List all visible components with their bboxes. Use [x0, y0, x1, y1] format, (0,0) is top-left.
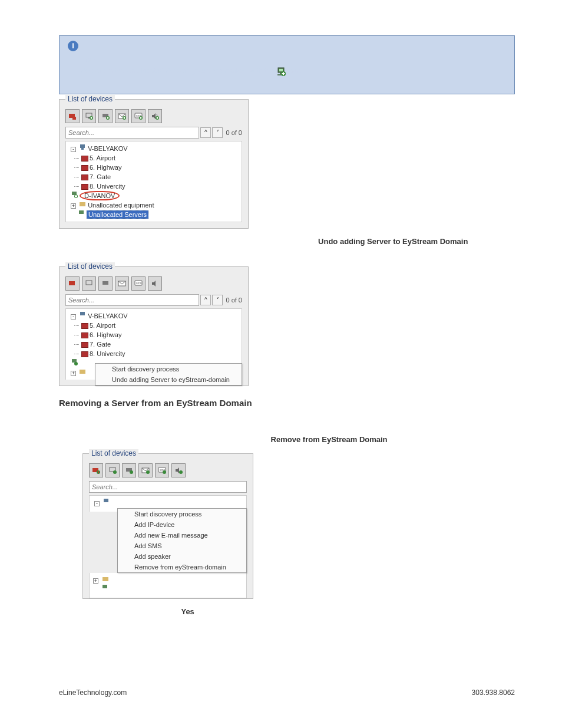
- svg-rect-37: [75, 196, 77, 197]
- tree-root[interactable]: V-BELYAKOV: [88, 145, 127, 152]
- server-icon: [101, 584, 108, 591]
- add-mail-button[interactable]: [138, 463, 153, 477]
- svg-rect-64: [103, 577, 108, 581]
- para-remove2b: Remove from EyStream Domain: [271, 435, 388, 444]
- search-input[interactable]: [65, 294, 199, 306]
- add-sms-button[interactable]: sms: [131, 276, 146, 291]
- info-icon: i: [68, 41, 78, 51]
- tree-item-selected[interactable]: Unallocated Servers: [87, 210, 148, 219]
- add-speaker-button[interactable]: [171, 463, 186, 477]
- add-sms-button[interactable]: sms: [131, 109, 146, 123]
- note-line2b: icon.: [287, 67, 302, 75]
- svg-rect-52: [98, 471, 99, 473]
- svg-rect-49: [80, 370, 85, 374]
- add-sms-button[interactable]: sms: [155, 463, 169, 477]
- svg-rect-23: [124, 118, 125, 118]
- add-speaker-button[interactable]: [148, 109, 162, 123]
- svg-text:sms: sms: [136, 281, 142, 285]
- tree-item-circled[interactable]: D-IVANOV: [80, 191, 120, 200]
- tree-item[interactable]: Unallocated equipment: [88, 202, 154, 209]
- expander-icon[interactable]: -: [71, 314, 76, 319]
- tree-item[interactable]: 5. Airport: [90, 322, 115, 329]
- para-confirm-c: to confirm that you want to remove the S…: [196, 607, 448, 616]
- menu-item-add-speaker[interactable]: Add speaker: [118, 551, 246, 562]
- tree-item[interactable]: 7. Gate: [90, 341, 111, 348]
- menu-item-add-email[interactable]: Add new E-mail message: [118, 530, 246, 541]
- toolbar: sms: [89, 463, 247, 477]
- svg-point-54: [113, 470, 117, 474]
- context-menu: Start discovery process Add IP-device Ad…: [117, 508, 247, 573]
- para-remove2c: in the menu that appears.: [389, 435, 476, 444]
- camera-icon: [81, 165, 88, 171]
- para-confirm-a: In the dialog box that appears, click: [59, 607, 179, 616]
- add-speaker-button[interactable]: [148, 276, 162, 291]
- svg-rect-19: [107, 118, 109, 118]
- add-device-button[interactable]: [122, 463, 136, 477]
- page-footer: eLineTechnology.com 303.938.8062: [59, 689, 515, 697]
- para-undo-bold: Undo adding Server to EyStream Domain: [318, 237, 468, 246]
- svg-rect-41: [86, 281, 92, 285]
- add-device-button[interactable]: [98, 276, 113, 291]
- add-monitor-button[interactable]: [82, 276, 96, 291]
- expander-icon[interactable]: -: [71, 147, 76, 152]
- menu-item-undo-add-server[interactable]: Undo adding Server to eyStream-domain: [95, 374, 242, 385]
- menu-item-remove-domain[interactable]: Remove from eyStream-domain: [118, 562, 246, 572]
- para-remove2a: Right-click to select a Server in the li…: [59, 435, 269, 444]
- search-prev-button[interactable]: ^: [200, 295, 211, 305]
- folder-icon: [102, 575, 109, 582]
- svg-point-58: [146, 470, 150, 474]
- svg-rect-31: [157, 118, 158, 118]
- add-camera-button[interactable]: [65, 276, 80, 291]
- search-input[interactable]: [65, 127, 199, 139]
- tree-item[interactable]: 8. Univercity: [90, 350, 125, 357]
- tree-item[interactable]: 5. Airport: [90, 154, 115, 162]
- svg-rect-1: [279, 69, 283, 71]
- add-monitor-button[interactable]: [82, 109, 96, 123]
- menu-item-add-sms[interactable]: Add SMS: [118, 541, 246, 551]
- search-next-button[interactable]: ˅: [212, 127, 223, 138]
- tree-item[interactable]: 6. Highway: [90, 164, 121, 171]
- para-confirm-b: Yes: [181, 607, 194, 616]
- folder-icon: [79, 368, 86, 375]
- tree-root[interactable]: V-BELYAKOV: [88, 312, 127, 319]
- tree-item[interactable]: 8. Univercity: [90, 183, 125, 190]
- svg-rect-46: [80, 312, 85, 315]
- add-mail-button[interactable]: [115, 276, 129, 291]
- server-icon: [103, 498, 110, 505]
- folder-icon: [79, 200, 86, 207]
- menu-item-add-ip[interactable]: Add IP-device: [118, 519, 246, 530]
- menu-item-start-discovery[interactable]: Start discovery process: [118, 509, 246, 519]
- add-mail-button[interactable]: [115, 109, 129, 123]
- camera-icon: [81, 332, 88, 338]
- tree-item[interactable]: 6. Highway: [90, 331, 121, 338]
- camera-icon: [81, 351, 88, 357]
- svg-rect-32: [80, 144, 85, 148]
- footer-site: eLineTechnology.com: [59, 689, 127, 697]
- search-next-button[interactable]: ˅: [212, 295, 223, 305]
- svg-rect-33: [81, 148, 84, 150]
- expander-icon[interactable]: +: [93, 578, 98, 584]
- toolbar: sms: [65, 109, 242, 123]
- svg-point-48: [74, 362, 78, 365]
- add-monitor-button[interactable]: [105, 463, 120, 477]
- add-device-button[interactable]: [98, 109, 113, 123]
- devices-panel-3: List of devices sms - XXXXXXXXXX Start d…: [82, 453, 253, 599]
- add-camera-button[interactable]: [65, 109, 80, 123]
- search-prev-button[interactable]: ^: [200, 127, 211, 138]
- context-menu: Start discovery process Undo adding Serv…: [95, 363, 242, 386]
- server-icon: [79, 144, 86, 151]
- expander-icon[interactable]: +: [71, 203, 76, 209]
- add-camera-button[interactable]: [89, 463, 103, 477]
- camera-icon: [81, 342, 88, 348]
- svg-rect-10: [73, 118, 75, 119]
- expander-icon[interactable]: +: [71, 371, 76, 376]
- expander-icon[interactable]: -: [94, 501, 100, 506]
- svg-rect-63: [104, 499, 108, 502]
- server-plus-icon: [71, 191, 78, 198]
- tree-item[interactable]: 7. Gate: [90, 173, 111, 180]
- svg-rect-28: [140, 118, 142, 118]
- search-input[interactable]: [89, 481, 247, 493]
- para-remove1: To remove a Server from an EyStream Doma…: [59, 416, 218, 425]
- menu-item-start-discovery[interactable]: Start discovery process: [95, 364, 242, 374]
- devices-panel-1: List of devices sms ^ ˅ 0 of 0 - V-BELYA…: [59, 99, 249, 229]
